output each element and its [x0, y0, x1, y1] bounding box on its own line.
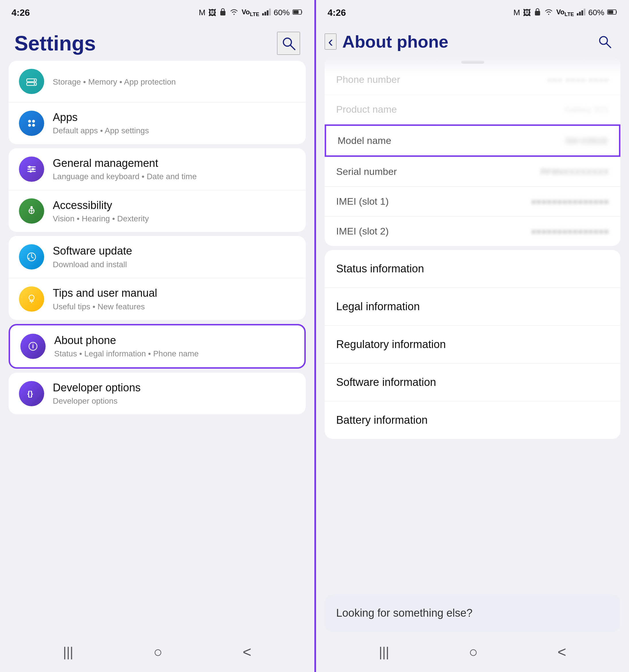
general-item-text: General management Language and keyboard…: [53, 156, 296, 182]
settings-item-accessibility[interactable]: Accessibility Vision • Hearing • Dexteri…: [8, 190, 306, 232]
general-title: General management: [53, 156, 296, 170]
svg-point-15: [28, 124, 31, 127]
settings-item-apps[interactable]: Apps Default apps • App settings: [8, 102, 306, 144]
product-name-label: Product name: [336, 104, 397, 115]
wifi-icon: [230, 8, 239, 18]
right-wifi-icon: [544, 8, 553, 18]
tips-subtitle: Useful tips • New features: [53, 302, 296, 312]
settings-item-about-phone-selected[interactable]: i About phone Status • Legal information…: [8, 324, 306, 369]
software-information-item[interactable]: Software information: [325, 363, 621, 401]
software-update-title: Software update: [53, 244, 296, 258]
software-update-text: Software update Download and install: [53, 244, 296, 270]
phone-number-label: Phone number: [336, 74, 400, 85]
about-phone-page-title: About phone: [342, 32, 589, 52]
signal-bars: [262, 8, 271, 18]
settings-search-button[interactable]: [277, 32, 300, 55]
photo-icon: 🖼: [208, 8, 216, 18]
left-nav-home[interactable]: ○: [154, 643, 162, 661]
tips-item-text: Tips and user manual Useful tips • New f…: [53, 286, 296, 312]
general-icon: [19, 157, 44, 182]
imei1-label: IMEI (slot 1): [336, 196, 389, 207]
svg-rect-3: [267, 10, 269, 16]
left-status-bar: 4:26 M 🖼 VoLTE: [0, 0, 314, 23]
regulatory-information-item[interactable]: Regulatory information: [325, 326, 621, 363]
developer-item-text: Developer options Developer options: [53, 381, 296, 407]
software-information-label: Software information: [336, 376, 436, 388]
left-nav-recents[interactable]: |||: [63, 644, 73, 660]
settings-item-tips[interactable]: Tips and user manual Useful tips • New f…: [8, 278, 306, 320]
general-subtitle: Language and keyboard • Date and time: [53, 171, 296, 182]
about-phone-title: About phone: [54, 333, 294, 347]
storage-subtitle: Storage • Memory • App protection: [53, 77, 296, 87]
lock-icon: [219, 7, 227, 18]
right-battery-text: 60%: [588, 8, 604, 17]
svg-rect-39: [608, 10, 613, 14]
imei2-value: ●●●●●●●●●●●●●●●: [531, 226, 609, 236]
svg-rect-0: [220, 11, 226, 16]
imei1-item[interactable]: IMEI (slot 1) ●●●●●●●●●●●●●●●: [325, 187, 621, 216]
storage-icon: [19, 69, 44, 94]
settings-title: Settings: [14, 31, 96, 55]
svg-point-11: [34, 80, 35, 81]
svg-rect-1: [262, 13, 264, 16]
right-signal-bars: [577, 8, 585, 18]
looking-for-label: Looking for something else?: [336, 607, 472, 619]
card-update-tips: Software update Download and install Tip…: [8, 236, 306, 320]
card-general-accessibility: General management Language and keyboard…: [8, 148, 306, 232]
battery-information-item[interactable]: Battery information: [325, 401, 621, 439]
settings-item-general[interactable]: General management Language and keyboard…: [8, 148, 306, 190]
gmail-icon: M: [199, 8, 205, 17]
left-panel: 4:26 M 🖼 VoLTE: [0, 0, 314, 672]
svg-text:{}: {}: [27, 389, 33, 398]
right-content: Phone number ●●● ●●●● ●●●● Product name …: [316, 57, 629, 632]
scroll-indicator: [325, 57, 621, 65]
regulatory-information-label: Regulatory information: [336, 338, 446, 350]
apps-title: Apps: [53, 111, 296, 124]
left-nav-back[interactable]: <: [243, 643, 251, 661]
settings-item-storage[interactable]: Storage • Memory • App protection: [8, 61, 306, 102]
svg-rect-6: [294, 10, 299, 14]
svg-text:i: i: [32, 343, 34, 350]
serial-number-value: RF8NXXXXXXXX: [541, 167, 609, 176]
apps-subtitle: Default apps • App settings: [53, 125, 296, 136]
status-information-item[interactable]: Status information: [325, 250, 621, 288]
legal-information-item[interactable]: Legal information: [325, 288, 621, 326]
product-name-item[interactable]: Product name Galaxy S21: [325, 95, 621, 124]
right-nav-back[interactable]: <: [558, 643, 566, 661]
serial-number-item[interactable]: Serial number RF8NXXXXXXXX: [325, 157, 621, 187]
svg-line-8: [290, 45, 295, 50]
software-update-subtitle: Download and install: [53, 260, 296, 270]
card-developer: {} Developer options Developer options: [8, 373, 306, 414]
legal-information-label: Legal information: [336, 301, 420, 312]
right-battery-icon: [607, 8, 618, 17]
right-search-button[interactable]: [595, 31, 615, 52]
model-name-item[interactable]: Model name SM-G991B: [325, 124, 621, 157]
imei2-item[interactable]: IMEI (slot 2) ●●●●●●●●●●●●●●●: [325, 216, 621, 246]
battery-text: 60%: [274, 8, 290, 17]
settings-item-software-update[interactable]: Software update Download and install: [8, 236, 306, 278]
accessibility-subtitle: Vision • Hearing • Dexterity: [53, 214, 296, 224]
svg-point-20: [28, 166, 31, 168]
right-time: 4:26: [328, 7, 346, 18]
svg-point-12: [34, 83, 35, 85]
right-nav-home[interactable]: ○: [469, 643, 478, 661]
svg-line-41: [606, 43, 611, 48]
svg-rect-2: [264, 12, 266, 16]
software-update-icon: [19, 244, 44, 269]
developer-title: Developer options: [53, 381, 296, 395]
right-photo-icon: 🖼: [523, 8, 531, 18]
about-phone-icon: i: [20, 334, 46, 359]
looking-for-something-card[interactable]: Looking for something else?: [325, 594, 621, 632]
apps-icon: [19, 111, 44, 136]
right-status-icons: M 🖼 VoLTE: [513, 7, 618, 18]
settings-item-developer[interactable]: {} Developer options Developer options: [8, 373, 306, 414]
developer-icon: {}: [19, 381, 44, 406]
right-signal-text: VoLTE: [556, 8, 574, 18]
right-nav-recents[interactable]: |||: [379, 644, 389, 660]
right-panel: 4:26 M 🖼 VoLTE: [316, 0, 629, 672]
phone-number-item[interactable]: Phone number ●●● ●●●● ●●●●: [325, 65, 621, 95]
imei1-value: ●●●●●●●●●●●●●●●: [531, 197, 609, 207]
accessibility-item-text: Accessibility Vision • Hearing • Dexteri…: [53, 198, 296, 224]
left-bottom-nav: ||| ○ <: [0, 632, 314, 672]
back-button[interactable]: ‹: [325, 33, 336, 50]
